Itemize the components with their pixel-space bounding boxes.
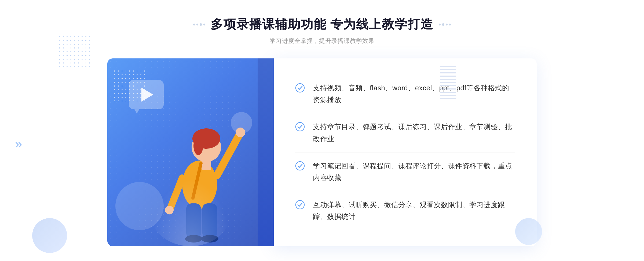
play-triangle-icon — [141, 88, 153, 102]
dot-4 — [203, 24, 205, 25]
header-section: 多项录播课辅助功能 专为线上教学打造 学习进度全掌握，提升录播课教学效果 — [193, 16, 451, 45]
illustration-panel — [107, 58, 274, 246]
arc-circle-icon — [515, 218, 542, 245]
svg-point-17 — [296, 200, 304, 209]
dots-decoration-bg-left — [58, 35, 90, 67]
semi-circle-deco — [32, 218, 67, 253]
spotlight-effect — [150, 179, 231, 246]
main-content: 支持视频、音频、flash、word、excel、ppt、pdf等各种格式的资源… — [107, 58, 537, 246]
page-container: 多项录播课辅助功能 专为线上教学打造 学习进度全掌握，提升录播课教学效果 » — [0, 0, 644, 261]
feature-text-3: 学习笔记回看、课程提问、课程评论打分、课件资料下载，重点内容收藏 — [313, 160, 515, 184]
chevron-left-icon: » — [15, 136, 22, 151]
dot-5 — [439, 24, 441, 25]
title-decorator-right — [439, 23, 451, 26]
title-row: 多项录播课辅助功能 专为线上教学打造 — [193, 16, 451, 33]
feature-text-4: 互动弹幕、试听购买、微信分享、观看次数限制、学习进度跟踪、数据统计 — [313, 199, 515, 222]
check-icon-4 — [295, 200, 305, 210]
svg-point-16 — [296, 162, 304, 170]
arc-deco — [515, 218, 542, 245]
feature-text-1: 支持视频、音频、flash、word、excel、ppt、pdf等各种格式的资源… — [313, 82, 515, 106]
features-panel: 支持视频、音频、flash、word、excel、ppt、pdf等各种格式的资源… — [274, 58, 537, 246]
feature-item-2: 支持章节目录、弹题考试、课后练习、课后作业、章节测验、批改作业 — [295, 113, 515, 152]
svg-line-4 — [217, 134, 240, 175]
dot-6 — [442, 23, 444, 26]
stripe-pattern-deco — [440, 64, 456, 99]
check-icon-3 — [295, 161, 305, 171]
feature-item-4: 互动弹幕、试听购买、微信分享、观看次数限制、学习进度跟踪、数据统计 — [295, 191, 515, 230]
page-title: 多项录播课辅助功能 专为线上教学打造 — [211, 16, 434, 33]
feature-text-2: 支持章节目录、弹题考试、课后练习、课后作业、章节测验、批改作业 — [313, 121, 515, 144]
check-icon-1 — [295, 83, 305, 93]
accent-bar — [258, 58, 274, 246]
title-decorator-left — [193, 23, 205, 26]
svg-rect-12 — [202, 159, 211, 170]
dot-2 — [196, 24, 198, 25]
dot-1 — [193, 24, 195, 25]
svg-point-15 — [296, 122, 304, 131]
svg-point-5 — [236, 128, 245, 137]
dot-7 — [446, 24, 448, 25]
feature-item-1: 支持视频、音频、flash、word、excel、ppt、pdf等各种格式的资源… — [295, 74, 515, 113]
feature-item-3: 学习笔记回看、课程提问、课程评论打分、课件资料下载，重点内容收藏 — [295, 152, 515, 191]
speech-bubble — [129, 80, 164, 109]
dot-3 — [200, 23, 202, 26]
dot-8 — [449, 24, 451, 25]
svg-point-14 — [296, 84, 304, 92]
page-subtitle: 学习进度全掌握，提升录播课教学效果 — [193, 37, 451, 45]
check-icon-2 — [295, 122, 305, 132]
svg-point-3 — [193, 136, 203, 155]
